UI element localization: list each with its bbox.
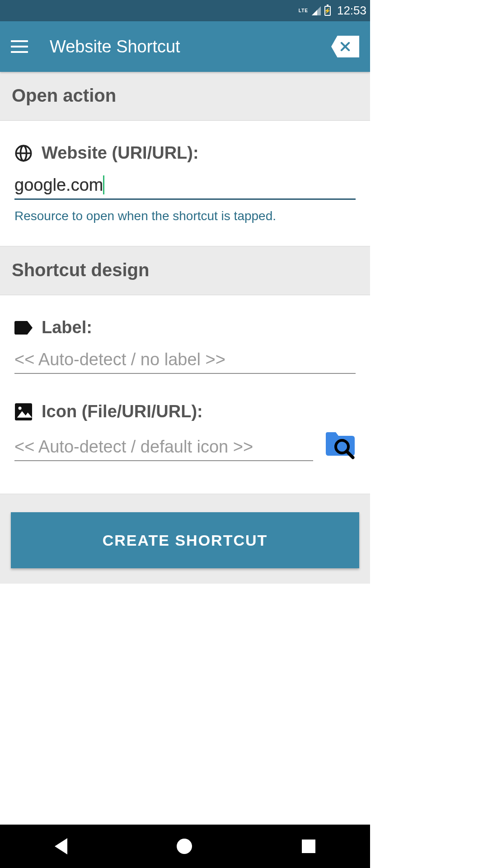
menu-icon[interactable] [11, 40, 28, 53]
website-label: Website (URI/URL): [42, 143, 199, 163]
close-button[interactable] [331, 36, 359, 57]
label-field-group: Label: [14, 318, 356, 374]
image-icon [14, 403, 33, 421]
network-type-label: LTE [299, 8, 308, 13]
battery-icon: ⚡ [324, 6, 331, 16]
shortcut-design-card: Label: Icon (File/URI/URL): [0, 295, 370, 494]
icon-field-label: Icon (File/URI/URL): [42, 402, 203, 421]
svg-point-6 [19, 406, 22, 410]
section-header-open-action: Open action [0, 72, 370, 121]
app-bar: Website Shortcut [0, 21, 370, 72]
create-shortcut-button[interactable]: CREATE SHORTCUT [11, 512, 359, 568]
signal-icon [312, 6, 321, 15]
close-icon [339, 40, 352, 53]
website-input[interactable] [14, 173, 356, 200]
icon-input[interactable] [14, 434, 313, 461]
open-action-card: Website (URI/URL): google.com Resource t… [0, 121, 370, 246]
icon-field-group: Icon (File/URI/URL): [14, 402, 356, 461]
action-area: CREATE SHORTCUT [0, 494, 370, 584]
page-title: Website Shortcut [50, 37, 180, 57]
folder-search-icon [324, 431, 356, 459]
website-helper-text: Resource to open when the shortcut is ta… [14, 209, 356, 223]
browse-icon-button[interactable] [324, 431, 356, 459]
status-bar: LTE ⚡ 12:53 [0, 0, 370, 21]
label-input[interactable] [14, 347, 356, 374]
globe-icon [14, 144, 33, 162]
label-field-label: Label: [42, 318, 92, 337]
label-icon [14, 319, 33, 337]
section-header-shortcut-design: Shortcut design [0, 246, 370, 295]
clock-label: 12:53 [337, 4, 366, 18]
website-field-group: Website (URI/URL): google.com Resource t… [14, 143, 356, 223]
svg-rect-5 [15, 403, 32, 420]
